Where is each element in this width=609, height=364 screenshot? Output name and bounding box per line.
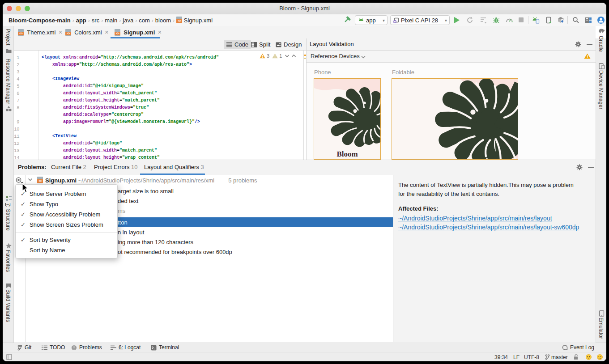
svg-text:Bloom: Bloom [336, 150, 358, 158]
